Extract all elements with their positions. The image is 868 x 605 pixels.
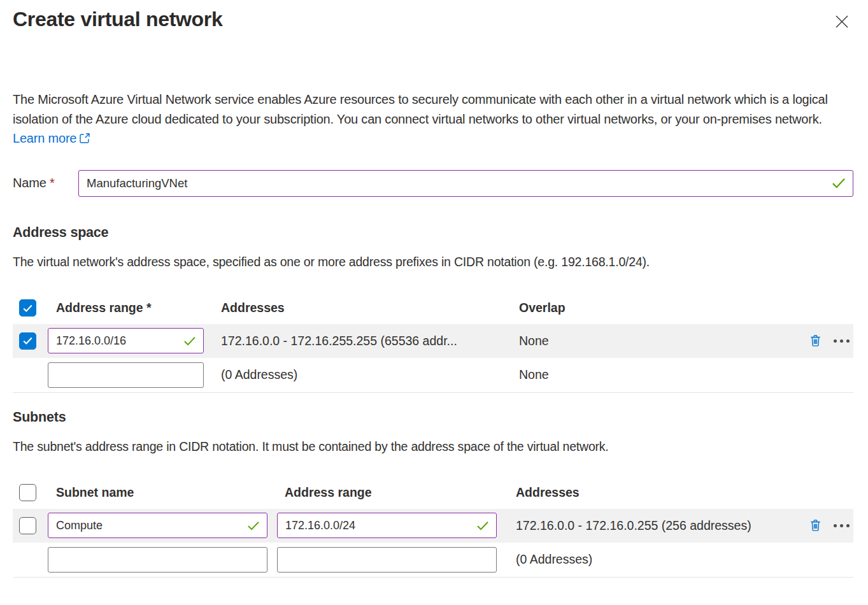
overlap-value: None <box>519 334 799 348</box>
subnet-row-checkbox[interactable] <box>19 517 36 534</box>
column-header-address-range: Address range <box>277 485 506 500</box>
delete-subnet-button[interactable] <box>807 516 824 534</box>
subnets-heading: Subnets <box>13 409 853 425</box>
close-icon <box>834 14 850 29</box>
delete-address-range-button[interactable] <box>807 332 824 350</box>
subnet-address-range-input-box <box>277 513 497 538</box>
address-space-table: Address range * Addresses Overlap 172.16… <box>13 292 853 393</box>
new-address-range-input[interactable] <box>48 362 204 388</box>
trash-icon <box>808 518 823 533</box>
subnet-name-input-box <box>48 513 267 538</box>
column-header-address-range: Address range * <box>48 301 221 315</box>
subnet-empty-row: (0 Addresses) <box>13 543 853 578</box>
addresses-value: 172.16.0.0 - 172.16.0.255 (256 addresses… <box>506 518 799 533</box>
checkbox-check-icon <box>23 304 32 312</box>
subnets-table-header: Subnet name Address range Addresses <box>13 477 853 509</box>
overlap-value: None <box>519 367 799 382</box>
address-space-empty-row: (0 Addresses) None <box>13 358 853 393</box>
new-subnet-address-range-input-box <box>277 547 497 573</box>
panel-header: Create virtual network <box>13 0 853 35</box>
addresses-value: (0 Addresses) <box>506 552 799 567</box>
addresses-value: (0 Addresses) <box>221 367 519 382</box>
new-subnet-name-input[interactable] <box>48 547 267 573</box>
close-button[interactable] <box>830 10 853 35</box>
create-virtual-network-panel: Create virtual network The Microsoft Azu… <box>0 0 868 605</box>
more-options-button[interactable] <box>832 338 851 344</box>
required-asterisk: * <box>50 176 55 190</box>
learn-more-link[interactable]: Learn more <box>13 131 90 145</box>
subnet-row: 172.16.0.0 - 172.16.0.255 (256 addresses… <box>13 509 853 543</box>
subnet-address-range-input[interactable] <box>277 513 497 538</box>
address-space-select-all-checkbox[interactable] <box>19 299 36 317</box>
subnet-name-input[interactable] <box>48 513 267 538</box>
page-title: Create virtual network <box>13 5 223 33</box>
new-subnet-name-input-box <box>48 547 267 573</box>
column-header-addresses: Addresses <box>221 301 519 315</box>
more-options-button[interactable] <box>832 523 851 529</box>
address-range-input-box <box>48 328 204 353</box>
addresses-value: 172.16.0.0 - 172.16.255.255 (65536 addr.… <box>221 334 519 348</box>
subnets-description: The subnet's address range in CIDR notat… <box>13 439 853 454</box>
column-header-addresses: Addresses <box>506 485 799 500</box>
checkbox-check-icon <box>23 337 32 345</box>
name-label: Name * <box>13 176 78 190</box>
address-space-table-header: Address range * Addresses Overlap <box>13 292 853 324</box>
intro-text-body: The Microsoft Azure Virtual Network serv… <box>13 92 828 126</box>
new-subnet-address-range-input[interactable] <box>277 547 497 573</box>
external-link-icon <box>79 132 90 144</box>
name-label-text: Name <box>13 176 46 190</box>
column-header-subnet-name: Subnet name <box>48 485 277 500</box>
more-options-icon <box>834 339 850 343</box>
subnets-select-all-checkbox[interactable] <box>19 484 36 501</box>
name-input[interactable] <box>78 170 853 197</box>
address-space-row: 172.16.0.0 - 172.16.255.255 (65536 addr.… <box>13 324 853 358</box>
new-address-range-input-box <box>48 362 204 388</box>
intro-text: The Microsoft Azure Virtual Network serv… <box>13 90 853 148</box>
more-options-icon <box>834 524 850 527</box>
name-field-row: Name * <box>13 170 853 197</box>
name-input-box <box>78 170 853 197</box>
address-space-heading: Address space <box>13 225 853 241</box>
trash-icon <box>808 333 823 348</box>
address-range-input[interactable] <box>48 328 204 353</box>
address-space-row-checkbox[interactable] <box>19 332 36 350</box>
subnets-table: Subnet name Address range Addresses <box>13 477 853 578</box>
address-space-description: The virtual network's address space, spe… <box>13 255 853 269</box>
column-header-overlap: Overlap <box>519 301 799 315</box>
learn-more-label: Learn more <box>13 131 76 145</box>
